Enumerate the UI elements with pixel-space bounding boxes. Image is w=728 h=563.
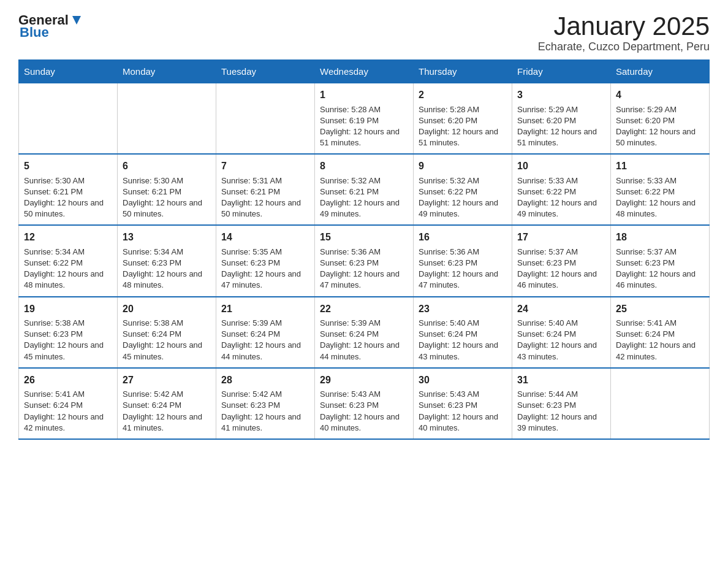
day-number: 11 [616,159,704,173]
calendar-cell: 16Sunrise: 5:36 AMSunset: 6:23 PMDayligh… [414,225,512,296]
calendar-week-row: 19Sunrise: 5:38 AMSunset: 6:23 PMDayligh… [19,297,710,368]
day-info: Sunrise: 5:29 AMSunset: 6:20 PMDaylight:… [616,104,704,149]
day-number: 20 [123,302,211,316]
day-info: Sunrise: 5:44 AMSunset: 6:23 PMDaylight:… [517,389,605,434]
day-info: Sunrise: 5:37 AMSunset: 6:23 PMDaylight:… [517,247,605,291]
header-day-monday: Monday [118,60,216,83]
calendar-cell: 19Sunrise: 5:38 AMSunset: 6:23 PMDayligh… [19,297,118,368]
day-info: Sunrise: 5:34 AMSunset: 6:23 PMDaylight:… [123,247,211,291]
day-number: 31 [517,373,605,387]
calendar-cell: 21Sunrise: 5:39 AMSunset: 6:24 PMDayligh… [216,297,315,368]
logo-triangle-icon [70,13,83,27]
calendar-table: SundayMondayTuesdayWednesdayThursdayFrid… [18,59,710,440]
day-info: Sunrise: 5:41 AMSunset: 6:24 PMDaylight:… [24,389,112,434]
calendar-cell: 4Sunrise: 5:29 AMSunset: 6:20 PMDaylight… [611,83,710,155]
day-info: Sunrise: 5:43 AMSunset: 6:23 PMDaylight:… [419,389,507,434]
calendar-cell: 28Sunrise: 5:42 AMSunset: 6:23 PMDayligh… [216,368,315,439]
logo: General Blue [18,12,83,40]
header-day-tuesday: Tuesday [216,60,315,83]
day-number: 23 [419,302,507,316]
day-info: Sunrise: 5:32 AMSunset: 6:21 PMDaylight:… [320,175,408,220]
day-info: Sunrise: 5:43 AMSunset: 6:23 PMDaylight:… [320,389,408,434]
calendar-week-row: 1Sunrise: 5:28 AMSunset: 6:19 PMDaylight… [19,83,710,155]
calendar-cell [216,83,315,155]
calendar-cell: 6Sunrise: 5:30 AMSunset: 6:21 PMDaylight… [118,154,216,225]
day-info: Sunrise: 5:36 AMSunset: 6:23 PMDaylight:… [419,247,507,291]
header-day-sunday: Sunday [19,60,118,83]
calendar-cell: 31Sunrise: 5:44 AMSunset: 6:23 PMDayligh… [512,368,611,439]
day-info: Sunrise: 5:28 AMSunset: 6:19 PMDaylight:… [320,104,408,149]
day-number: 29 [320,373,408,387]
day-info: Sunrise: 5:39 AMSunset: 6:24 PMDaylight:… [320,318,408,362]
day-info: Sunrise: 5:41 AMSunset: 6:24 PMDaylight:… [616,318,704,362]
day-info: Sunrise: 5:36 AMSunset: 6:23 PMDaylight:… [320,247,408,291]
calendar-cell: 22Sunrise: 5:39 AMSunset: 6:24 PMDayligh… [315,297,414,368]
calendar-cell [611,368,710,439]
calendar-cell [118,83,216,155]
calendar-cell: 7Sunrise: 5:31 AMSunset: 6:21 PMDaylight… [216,154,315,225]
day-number: 21 [221,302,309,316]
calendar-cell: 23Sunrise: 5:40 AMSunset: 6:24 PMDayligh… [414,297,512,368]
day-number: 14 [221,231,309,244]
calendar-week-row: 12Sunrise: 5:34 AMSunset: 6:22 PMDayligh… [19,225,710,296]
day-info: Sunrise: 5:34 AMSunset: 6:22 PMDaylight:… [24,247,112,291]
page-title: January 2025 [538,12,710,40]
calendar-cell: 3Sunrise: 5:29 AMSunset: 6:20 PMDaylight… [512,83,611,155]
day-info: Sunrise: 5:32 AMSunset: 6:22 PMDaylight:… [419,175,507,220]
day-number: 27 [123,373,211,387]
header-day-friday: Friday [512,60,611,83]
day-number: 22 [320,302,408,316]
calendar-cell: 29Sunrise: 5:43 AMSunset: 6:23 PMDayligh… [315,368,414,439]
day-number: 5 [24,159,112,173]
day-number: 15 [320,231,408,244]
day-number: 2 [419,88,507,102]
day-info: Sunrise: 5:39 AMSunset: 6:24 PMDaylight:… [221,318,309,362]
calendar-cell: 9Sunrise: 5:32 AMSunset: 6:22 PMDaylight… [414,154,512,225]
day-number: 18 [616,231,704,244]
day-number: 1 [320,88,408,102]
day-info: Sunrise: 5:35 AMSunset: 6:23 PMDaylight:… [221,247,309,291]
calendar-cell: 18Sunrise: 5:37 AMSunset: 6:23 PMDayligh… [611,225,710,296]
header-day-saturday: Saturday [611,60,710,83]
page-subtitle: Echarate, Cuzco Department, Peru [538,40,710,53]
calendar-cell: 12Sunrise: 5:34 AMSunset: 6:22 PMDayligh… [19,225,118,296]
day-number: 6 [123,159,211,173]
calendar-week-row: 5Sunrise: 5:30 AMSunset: 6:21 PMDaylight… [19,154,710,225]
day-info: Sunrise: 5:33 AMSunset: 6:22 PMDaylight:… [616,175,704,220]
calendar-cell: 8Sunrise: 5:32 AMSunset: 6:21 PMDaylight… [315,154,414,225]
day-number: 7 [221,159,309,173]
day-number: 19 [24,302,112,316]
day-number: 30 [419,373,507,387]
calendar-week-row: 26Sunrise: 5:41 AMSunset: 6:24 PMDayligh… [19,368,710,439]
day-number: 25 [616,302,704,316]
calendar-cell: 26Sunrise: 5:41 AMSunset: 6:24 PMDayligh… [19,368,118,439]
day-info: Sunrise: 5:42 AMSunset: 6:23 PMDaylight:… [221,389,309,434]
calendar-cell: 1Sunrise: 5:28 AMSunset: 6:19 PMDaylight… [315,83,414,155]
calendar-cell: 14Sunrise: 5:35 AMSunset: 6:23 PMDayligh… [216,225,315,296]
day-info: Sunrise: 5:40 AMSunset: 6:24 PMDaylight:… [517,318,605,362]
day-number: 9 [419,159,507,173]
calendar-cell: 11Sunrise: 5:33 AMSunset: 6:22 PMDayligh… [611,154,710,225]
day-number: 24 [517,302,605,316]
title-block: January 2025 Echarate, Cuzco Department,… [538,12,710,53]
day-number: 4 [616,88,704,102]
day-number: 16 [419,231,507,244]
calendar-cell: 2Sunrise: 5:28 AMSunset: 6:20 PMDaylight… [414,83,512,155]
day-number: 12 [24,231,112,244]
day-info: Sunrise: 5:29 AMSunset: 6:20 PMDaylight:… [517,104,605,149]
day-number: 17 [517,231,605,244]
calendar-cell: 17Sunrise: 5:37 AMSunset: 6:23 PMDayligh… [512,225,611,296]
day-number: 10 [517,159,605,173]
day-number: 3 [517,88,605,102]
day-number: 26 [24,373,112,387]
header-day-wednesday: Wednesday [315,60,414,83]
day-info: Sunrise: 5:28 AMSunset: 6:20 PMDaylight:… [419,104,507,149]
calendar-cell: 24Sunrise: 5:40 AMSunset: 6:24 PMDayligh… [512,297,611,368]
day-info: Sunrise: 5:42 AMSunset: 6:24 PMDaylight:… [123,389,211,434]
day-info: Sunrise: 5:30 AMSunset: 6:21 PMDaylight:… [24,175,112,220]
day-info: Sunrise: 5:40 AMSunset: 6:24 PMDaylight:… [419,318,507,362]
header-day-thursday: Thursday [414,60,512,83]
calendar-header-row: SundayMondayTuesdayWednesdayThursdayFrid… [19,60,710,83]
svg-marker-0 [72,16,81,25]
calendar-cell: 5Sunrise: 5:30 AMSunset: 6:21 PMDaylight… [19,154,118,225]
